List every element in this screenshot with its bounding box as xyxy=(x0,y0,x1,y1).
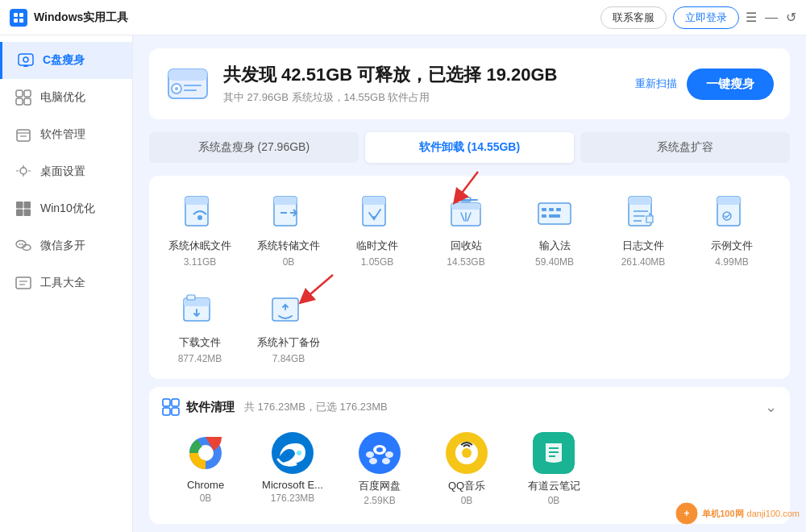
chrome-app-icon xyxy=(185,432,226,474)
sidebar-label-sw-mgr: 软件管理 xyxy=(40,127,85,142)
sidebar-item-win10[interactable]: Win10优化 xyxy=(0,190,132,227)
wechat-icon xyxy=(15,237,32,255)
recycle-icon xyxy=(447,193,485,232)
input-method-size: 59.40MB xyxy=(535,256,574,268)
baidu-size: 2.59KB xyxy=(364,495,395,506)
win10-icon xyxy=(15,200,32,218)
sidebar-label-pc-opt: 电脑优化 xyxy=(40,90,85,105)
grid-item-sample[interactable]: 示例文件 4.99MB xyxy=(688,182,776,279)
sidebar-label-win10: Win10优化 xyxy=(40,202,95,216)
chrome-name: Chrome xyxy=(187,479,224,491)
service-button[interactable]: 联系客服 xyxy=(600,6,667,29)
sidebar-item-wechat[interactable]: 微信多开 xyxy=(0,227,132,264)
restore-icon[interactable]: ↺ xyxy=(786,10,796,25)
transfer-file-size: 0B xyxy=(283,256,295,268)
grid-item-transfer[interactable]: 系统转储文件 0B xyxy=(244,182,333,279)
software-item-baidu[interactable]: 百度网盘 2.59KB xyxy=(336,426,423,513)
grid-item-log[interactable]: 日志文件 261.40MB xyxy=(599,182,688,279)
temp-file-icon xyxy=(358,193,397,232)
sidebar-item-c-slim[interactable]: C盘瘦身 xyxy=(0,42,132,79)
grid-item-patch[interactable]: 系统补丁备份 7.84GB xyxy=(244,279,333,376)
svg-rect-69 xyxy=(172,408,179,415)
sw-mgr-icon xyxy=(15,126,32,143)
svg-point-14 xyxy=(20,168,27,174)
youdao-name: 有道云笔记 xyxy=(528,479,580,493)
svg-rect-16 xyxy=(24,202,31,209)
sidebar-item-tools[interactable]: 工具大全 xyxy=(0,264,132,301)
software-section-arrow[interactable]: ⌄ xyxy=(765,398,777,416)
sidebar-label-tools: 工具大全 xyxy=(40,276,85,290)
log-file-icon xyxy=(624,193,663,232)
sample-file-size: 4.99MB xyxy=(715,256,748,268)
svg-rect-38 xyxy=(363,197,385,205)
app-logo xyxy=(10,9,27,27)
login-button[interactable]: 立即登录 xyxy=(673,6,739,29)
desktop-icon xyxy=(15,163,32,181)
items-grid-panel: 系统休眠文件 3.11GB 系统转储文件 0B xyxy=(149,176,790,379)
log-file-size: 261.40MB xyxy=(621,256,666,268)
svg-point-22 xyxy=(22,243,23,245)
menu-icon[interactable]: ☰ xyxy=(746,10,757,25)
sidebar-label-wechat: 微信多开 xyxy=(40,239,85,253)
sidebar-label-desktop: 桌面设置 xyxy=(40,164,85,179)
svg-rect-10 xyxy=(24,98,31,105)
sleep-file-name: 系统休眠文件 xyxy=(168,239,231,253)
header-text: 共发现 42.51GB 可释放，已选择 19.20GB 其中 27.96GB 系… xyxy=(223,63,635,105)
minimize-icon[interactable]: — xyxy=(765,10,778,25)
svg-rect-2 xyxy=(14,19,18,23)
tools-icon xyxy=(15,274,32,292)
sidebar-label-c-slim: C盘瘦身 xyxy=(43,53,85,68)
sidebar: C盘瘦身 电脑优化 软件管理 xyxy=(0,35,133,532)
watermark: + 单机100网 danji100.com xyxy=(675,501,800,526)
titlebar-right: 联系客服 立即登录 ☰ — ↺ xyxy=(600,6,796,29)
svg-point-73 xyxy=(198,446,213,460)
tab-disk-expand[interactable]: 系统盘扩容 xyxy=(580,132,790,163)
content-area: 共发现 42.51GB 可释放，已选择 19.20GB 其中 27.96GB 系… xyxy=(133,35,806,532)
sidebar-item-sw-mgr[interactable]: 软件管理 xyxy=(0,116,132,153)
svg-rect-23 xyxy=(16,277,31,289)
qqmusic-name: QQ音乐 xyxy=(448,479,485,493)
grid-item-input[interactable]: 输入法 59.40MB xyxy=(510,182,599,279)
temp-file-size: 1.05GB xyxy=(361,256,394,268)
download-file-icon xyxy=(181,290,219,329)
svg-rect-5 xyxy=(23,65,28,67)
grid-item-download[interactable]: 下载文件 877.42MB xyxy=(156,279,244,376)
grid-item-temp[interactable]: 临时文件 1.05GB xyxy=(333,182,422,279)
grid-item-recycle[interactable]: 回收站 14.53GB xyxy=(422,182,510,279)
svg-rect-4 xyxy=(19,54,33,65)
svg-point-29 xyxy=(175,87,178,90)
software-section-icon xyxy=(162,398,180,416)
patch-backup-icon xyxy=(269,290,308,329)
software-item-qqmusic[interactable]: QQ音乐 0B xyxy=(423,426,510,513)
rescan-button[interactable]: 重新扫描 xyxy=(635,77,677,91)
clean-button[interactable]: 一键瘦身 xyxy=(687,69,774,100)
pc-opt-icon xyxy=(15,89,32,106)
patch-backup-name: 系统补丁备份 xyxy=(257,335,320,350)
svg-rect-27 xyxy=(168,69,207,81)
svg-rect-0 xyxy=(14,13,18,17)
input-method-name: 输入法 xyxy=(539,239,571,253)
svg-rect-49 xyxy=(556,208,561,211)
sidebar-item-desktop[interactable]: 桌面设置 xyxy=(0,153,132,190)
c-slim-icon xyxy=(17,52,35,69)
input-method-icon xyxy=(535,193,574,232)
svg-rect-66 xyxy=(163,399,170,406)
software-item-youdao[interactable]: 有道云笔记 0B xyxy=(510,426,597,513)
items-row-1: 系统休眠文件 3.11GB 系统转储文件 0B xyxy=(156,182,783,279)
software-grid: Chrome 0B Microsoft E... xyxy=(162,426,777,513)
tab-software-uninstall[interactable]: 软件卸载 (14.55GB) xyxy=(365,132,575,163)
youdao-app-icon xyxy=(533,432,575,474)
window-controls: ☰ — ↺ xyxy=(746,10,796,25)
sidebar-item-pc-opt[interactable]: 电脑优化 xyxy=(0,79,132,116)
chrome-size: 0B xyxy=(200,493,212,504)
youdao-size: 0B xyxy=(548,495,560,506)
svg-point-6 xyxy=(23,57,28,62)
temp-file-name: 临时文件 xyxy=(356,239,398,253)
tab-system-slim[interactable]: 系统盘瘦身 (27.96GB) xyxy=(149,132,359,163)
svg-rect-15 xyxy=(16,202,23,209)
header-subtitle: 其中 27.96GB 系统垃圾，14.55GB 软件占用 xyxy=(223,90,635,105)
software-item-edge[interactable]: Microsoft E... 176.23MB xyxy=(249,426,336,513)
log-file-name: 日志文件 xyxy=(622,239,664,253)
software-item-chrome[interactable]: Chrome 0B xyxy=(162,426,249,513)
grid-item-sleep[interactable]: 系统休眠文件 3.11GB xyxy=(156,182,244,279)
